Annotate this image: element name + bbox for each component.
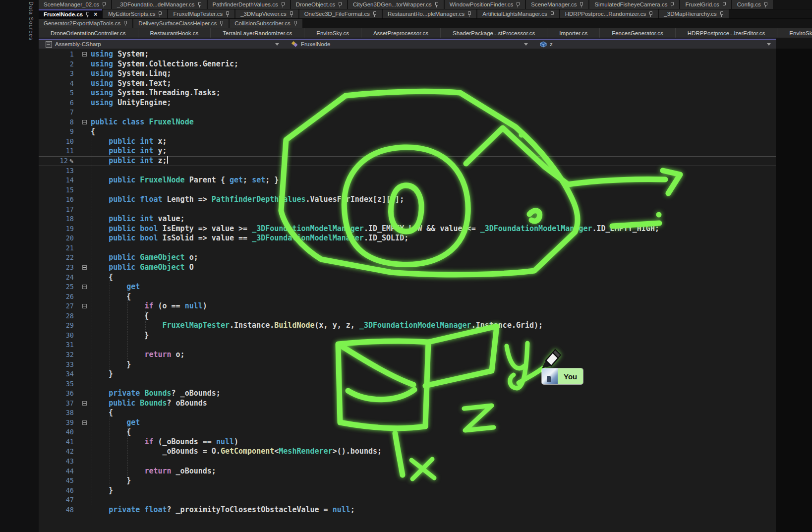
code-line-45[interactable]: 45 } [39,476,776,486]
code-line-23[interactable]: 23 public GameObject O [39,263,776,273]
pushpin-icon[interactable] [722,2,726,7]
code-line-29[interactable]: 29 FruxelMapTester.Instance.BuildNode(x,… [39,321,776,331]
tab-assetpreprocessor-cs[interactable]: AssetPreprocessor.cs [361,28,441,38]
tab--3dmapviewer-cs[interactable]: _3DMapViewer.cs [235,9,298,18]
tab-restaurantho-plemanager-cs[interactable]: RestaurantHo...pleManager.cs [383,9,476,18]
pushpin-icon[interactable] [720,11,724,17]
tab--3dmaphierarchy-cs[interactable]: _3DMapHierarchy.cs [659,9,729,18]
code-line-6[interactable]: 6using UnityEngine; [39,98,776,108]
code-line-14[interactable]: 14 public FruxelNode Parent { get; set; … [39,176,776,185]
code-line-35[interactable]: 35 [39,379,776,389]
code-line-44[interactable]: 44 return _oBounds; [39,467,776,476]
code-line-48[interactable]: 48 private float? _proximityToClosestObs… [39,505,776,515]
tab-hdrppostproc-randomizer-cs[interactable]: HDRPPostproc...Randomizer.cs [560,9,658,18]
code-line-38[interactable]: 38 { [39,408,776,418]
tab-shaderpackage-stprocessor-cs[interactable]: ShaderPackage...stProcessor.cs [441,28,547,38]
code-line-31[interactable]: 31 [39,340,776,350]
pushpin-icon[interactable] [290,11,293,17]
code-line-19[interactable]: 19 public bool IsEmpty => value >= _3DFo… [39,224,776,234]
code-line-34[interactable]: 34 } [39,369,776,379]
pushpin-icon[interactable] [281,2,285,7]
code-line-21[interactable]: 21 [39,243,776,253]
tab-terrainlayerrandomizer-cs[interactable]: TerrainLayerRandomizer.cs [211,28,304,38]
code-line-26[interactable]: 26 { [39,292,776,302]
code-line-40[interactable]: 40 { [39,427,776,437]
code-line-43[interactable]: 43 [39,457,776,467]
pushpin-icon[interactable] [550,11,554,17]
code-line-1[interactable]: 1using System; [39,50,776,59]
pushpin-icon[interactable] [467,11,471,17]
code-line-20[interactable]: 20 public bool IsSolid => value == _3DFo… [39,234,776,243]
code-line-7[interactable]: 7 [39,108,776,118]
tab-fruxelgrid-cs[interactable]: FruxelGrid.cs [680,0,731,9]
code-line-28[interactable]: 28 { [39,311,776,321]
tab-config-cs[interactable]: Config.cs [732,0,773,9]
tab-collisionsubscriber-cs[interactable]: CollisionSubscriber.cs [230,19,302,28]
code-line-42[interactable]: 42 _oBounds = O.GetComponent<MeshRendere… [39,447,776,457]
pushpin-icon[interactable] [670,2,674,7]
chevron-down-icon[interactable] [275,43,279,46]
code-line-41[interactable]: 41 if (_oBounds == null) [39,437,776,447]
tab-citygen3dgen-torwrapper-cs[interactable]: CityGen3DGen...torWrapper.cs [348,0,444,9]
code-line-27[interactable]: 27 if (o == null) [39,301,776,311]
pushpin-icon[interactable] [580,2,583,7]
tab-droneobject-cs[interactable]: DroneObject.cs [291,0,347,9]
code-line-4[interactable]: 4using System.Text; [39,79,776,89]
pushpin-icon[interactable] [220,21,224,26]
pushpin-icon[interactable] [226,11,230,17]
type-dropdown[interactable]: FruxelNode [284,40,533,49]
code-line-24[interactable]: 24 { [39,273,776,283]
tab-onesec3d-fileformat-cs[interactable]: OneSec3D_FileFormat.cs [299,9,382,18]
tab-envirosky-cs[interactable]: EnviroSky.cs [304,28,361,38]
fold-collapse-icon[interactable] [82,285,87,289]
pushpin-icon[interactable] [764,2,768,7]
code-line-5[interactable]: 5using System.Threading.Tasks; [39,88,776,98]
code-line-47[interactable]: 47 [39,495,776,505]
fold-collapse-icon[interactable] [82,120,87,124]
tab-pathfinderdepthvalues-cs[interactable]: PathfinderDepthValues.cs [208,0,290,9]
pushpin-icon[interactable] [435,2,439,7]
tab-enviroskymgr-cs[interactable]: EnviroSkyMgr.cs [777,28,812,38]
code-line-22[interactable]: 22 public GameObject o; [39,253,776,263]
code-line-37[interactable]: 37 public Bounds? oBounds [39,399,776,409]
tab-hdrppostproce-izereditor-cs[interactable]: HDRPPostproce...izerEditor.cs [676,28,778,38]
tab-droneorientationcontroller-cs[interactable]: DroneOrientationController.cs [39,28,138,38]
tab-windowpositionfinder-cs[interactable]: WindowPositionFinder.cs [445,0,525,9]
fold-collapse-icon[interactable] [82,304,87,308]
code-line-33[interactable]: 33 } [39,360,776,370]
project-dropdown[interactable]: Assembly-CSharp [39,40,284,49]
code-line-8[interactable]: 8public class FruxelNode [39,118,776,127]
pushpin-icon[interactable] [516,2,520,7]
data-sources-vertical-tab[interactable]: Data Sources [28,1,34,41]
tab-generator2exportmaptools-cs[interactable]: Generator2ExportMapTools.cs [39,19,132,28]
fold-collapse-icon[interactable] [82,52,87,57]
tab-fencesgenerator-cs[interactable]: FencesGenerator.cs [600,28,676,38]
fold-collapse-icon[interactable] [82,420,87,425]
code-line-3[interactable]: 3using System.Linq; [39,69,776,79]
tab-fruxelmaptester-cs[interactable]: FruxelMapTester.cs [168,9,234,18]
tab-deliverysurfaceclasshelper-cs[interactable]: DeliverySurfaceClassHelper.cs [133,19,229,28]
code-line-18[interactable]: 18 public int value; [39,214,776,224]
code-editor[interactable]: 1using System;2using System.Collections.… [39,49,776,532]
tab-artificiallightsmanager-cs[interactable]: ArtificialLightsManager.cs [477,9,559,18]
tab-myeditorscripts-cs[interactable]: MyEditorScripts.cs [103,9,167,18]
member-dropdown[interactable]: z [533,40,776,49]
tab-simulatedfisheyecamera-cs[interactable]: SimulatedFisheyeCamera.cs [589,0,679,9]
fold-collapse-icon[interactable] [82,265,87,270]
tab-restauranthook-cs[interactable]: RestaurantHook.cs [138,28,211,38]
close-icon[interactable]: × [94,11,97,18]
tab-fruxelnode-cs[interactable]: FruxelNode.cs× [39,9,102,18]
pushpin-icon[interactable] [198,2,202,7]
code-line-11[interactable]: 11 public int y; [39,146,776,156]
code-line-46[interactable]: 46 } [39,486,776,496]
fold-collapse-icon[interactable] [82,401,87,406]
code-line-10[interactable]: 10 public int x; [39,137,776,147]
code-line-30[interactable]: 30 } [39,331,776,341]
code-line-2[interactable]: 2using System.Collections.Generic; [39,59,776,69]
code-line-15[interactable]: 15 [39,185,776,195]
code-line-25[interactable]: 25 get [39,282,776,292]
pushpin-icon[interactable] [123,21,127,26]
pushpin-icon[interactable] [158,11,162,17]
pushpin-icon[interactable] [373,11,377,17]
pushpin-icon[interactable] [102,2,106,7]
